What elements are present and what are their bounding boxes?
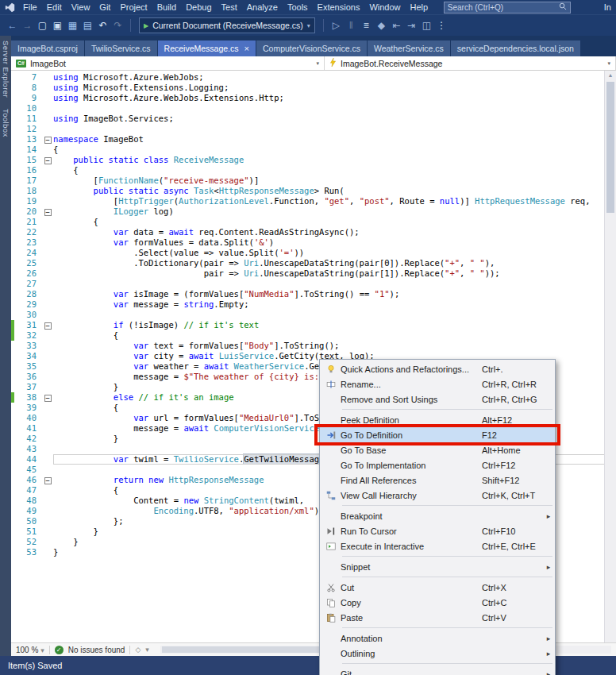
code-line[interactable]: var formValues = data.Split('&') (53, 237, 616, 248)
toolbar-overflow-icon[interactable]: ⋮ (434, 17, 449, 33)
code-line[interactable] (53, 310, 616, 320)
menu-git[interactable]: Git (94, 2, 115, 13)
code-line[interactable]: public static class ReceiveMessage (53, 155, 616, 165)
error-list-icon[interactable]: ≡ (359, 17, 374, 33)
context-menu-item-go-to-base[interactable]: Go To BaseAlt+Home (320, 442, 555, 457)
tab-imagebot-csproj[interactable]: ImageBot.csproj (11, 40, 84, 56)
code-line[interactable]: using ImageBot.Services; (53, 114, 616, 124)
menu-edit[interactable]: Edit (42, 2, 67, 13)
open-file-icon[interactable]: ▣ (50, 17, 65, 33)
diff-mode-icon[interactable]: ◇ (135, 646, 141, 654)
code-line[interactable]: [FunctionName("receive-message")] (53, 176, 616, 186)
code-line[interactable]: .Select(value => value.Split('=')) (53, 248, 616, 258)
context-menu-item-copy[interactable]: CopyCtrl+C (320, 595, 555, 610)
context-menu-item-outlining[interactable]: Outlining▸ (320, 646, 555, 661)
tab-weatherservice-cs[interactable]: WeatherService.cs (368, 40, 450, 56)
scroll-up-icon[interactable]: ▲ (605, 71, 616, 80)
code-line[interactable]: ILogger log) (53, 206, 616, 217)
code-line[interactable]: var data = await req.Content.ReadAsStrin… (53, 227, 616, 237)
context-menu-item-view-call-hierarchy[interactable]: View Call HierarchyCtrl+K, Ctrl+T (320, 488, 555, 503)
context-menu-item-find-all-references[interactable]: Find All ReferencesShift+F12 (320, 472, 555, 488)
tab-servicedependencies-local-json[interactable]: serviceDependencies.local.json (451, 40, 580, 56)
scrollbar-thumb[interactable] (606, 82, 614, 213)
context-menu-item-go-to-definition[interactable]: Go To DefinitionF12 (320, 427, 555, 442)
fold-collapse-icon[interactable]: − (44, 137, 52, 144)
context-menu-item-quick-actions-and-refactorings[interactable]: Quick Actions and Refactorings...Ctrl+. (320, 361, 555, 376)
context-menu-item-snippet[interactable]: Snippet▸ (320, 559, 555, 574)
context-menu-item-annotation[interactable]: Annotation▸ (320, 631, 555, 646)
menu-project[interactable]: Project (115, 2, 152, 13)
chevron-down-icon[interactable]: ▾ (145, 646, 149, 654)
context-menu-item-go-to-implementation[interactable]: Go To ImplementationCtrl+F12 (320, 457, 555, 472)
breadcrumb-member-dropdown[interactable]: ImageBot.ReceiveMessage ▾ (325, 56, 616, 70)
code-line[interactable] (53, 279, 616, 289)
code-line[interactable]: using Microsoft.Extensions.Logging; (53, 83, 616, 93)
code-line[interactable]: .ToDictionary(pair => Uri.UnescapeDataSt… (53, 258, 616, 268)
tab-computervisionservice-cs[interactable]: ComputerVisionService.cs (256, 40, 367, 56)
code-line[interactable]: using Microsoft.Azure.WebJobs; (53, 72, 616, 83)
bookmark-icon[interactable]: ◆ (374, 17, 389, 33)
menu-analyze[interactable]: Analyze (242, 2, 283, 13)
save-all-icon[interactable]: ▤ (80, 17, 95, 33)
break-all-icon[interactable]: ‖ (344, 17, 359, 33)
search-box[interactable]: Search (Ctrl+Q) (444, 2, 571, 14)
signin-label[interactable]: In (604, 2, 613, 12)
nav-back-icon[interactable]: ← (5, 17, 20, 33)
context-menu-item-cut[interactable]: CutCtrl+X (320, 580, 555, 595)
tab-close-icon[interactable]: × (244, 44, 249, 52)
code-line[interactable]: pair => Uri.UnescapeDataString(pair[1]).… (53, 268, 616, 279)
menu-help[interactable]: Help (406, 2, 433, 13)
undo-icon[interactable]: ↶ (95, 17, 110, 33)
code-line[interactable]: { (53, 145, 616, 155)
side-tab-toolbox[interactable]: Toolbox (2, 109, 10, 137)
context-menu-item-rename[interactable]: Rename...Ctrl+R, Ctrl+R (320, 376, 555, 392)
code-line[interactable]: var isImage = (formValues["NumMedia"].To… (53, 289, 616, 299)
context-menu-item-run-to-cursor[interactable]: Run To CursorCtrl+F10 (320, 523, 555, 538)
start-without-debugging-icon[interactable]: ▷ (329, 17, 344, 33)
context-menu-item-peek-definition[interactable]: Peek DefinitionAlt+F12 (320, 412, 555, 427)
side-tab-server-explorer[interactable]: Server Explorer (2, 40, 10, 98)
debug-target-combo[interactable]: ▶ Current Document (ReceiveMessage.cs) ▾ (139, 17, 315, 33)
context-menu-item-git[interactable]: Git▸ (320, 666, 555, 675)
context-menu-item-remove-and-sort-usings[interactable]: Remove and Sort UsingsCtrl+R, Ctrl+G (320, 392, 555, 407)
code-line[interactable] (53, 124, 616, 134)
nav-forward-icon[interactable]: → (20, 17, 35, 33)
indent-increase-icon[interactable]: ⇥ (404, 17, 419, 33)
code-line[interactable]: using Microsoft.Azure.WebJobs.Extensions… (53, 93, 616, 103)
context-menu-item-breakpoint[interactable]: Breakpoint▸ (320, 508, 555, 523)
menu-window[interactable]: Window (364, 2, 405, 13)
tab-twilioservice-cs[interactable]: TwilioService.cs (85, 40, 157, 56)
menu-tools[interactable]: Tools (283, 2, 313, 13)
fold-collapse-icon[interactable]: − (44, 477, 52, 484)
tab-receivemessage-cs[interactable]: ReceiveMessage.cs× (158, 40, 256, 56)
fold-collapse-icon[interactable]: − (44, 322, 52, 330)
code-line[interactable]: { (53, 217, 616, 227)
comment-selection-icon[interactable]: ◫ (419, 17, 434, 33)
menu-extensions[interactable]: Extensions (313, 2, 365, 13)
code-line[interactable]: var message = string.Empty; (53, 299, 616, 310)
menu-file[interactable]: File (18, 2, 42, 13)
menu-test[interactable]: Test (217, 2, 242, 13)
context-menu-item-execute-in-interactive[interactable]: Execute in InteractiveCtrl+E, Ctrl+E (320, 538, 555, 554)
menu-view[interactable]: View (67, 2, 95, 13)
fold-collapse-icon[interactable]: − (44, 395, 52, 402)
new-file-icon[interactable]: ▢ (35, 17, 50, 33)
zoom-dropdown[interactable]: 100 % ▾ (16, 646, 44, 654)
redo-icon[interactable]: ↷ (110, 17, 125, 33)
fold-collapse-icon[interactable]: − (44, 157, 52, 164)
code-line[interactable]: if (!isImage) // if it's text (53, 320, 616, 330)
code-line[interactable]: var text = formValues["Body"].ToString()… (53, 341, 616, 351)
code-line[interactable]: { (53, 165, 616, 176)
vertical-scrollbar[interactable]: ▲ (604, 71, 616, 642)
code-line[interactable] (53, 103, 616, 114)
fold-collapse-icon[interactable]: − (44, 209, 52, 216)
code-line[interactable]: namespace ImageBot (53, 134, 616, 145)
code-line[interactable]: [HttpTrigger(AuthorizationLevel.Function… (53, 196, 616, 206)
menu-debug[interactable]: Debug (181, 2, 216, 13)
context-menu-item-paste[interactable]: PasteCtrl+V (320, 610, 555, 625)
indent-decrease-icon[interactable]: ⇤ (389, 17, 404, 33)
menu-build[interactable]: Build (152, 2, 181, 13)
code-line[interactable]: { (53, 330, 616, 341)
save-icon[interactable]: ▦ (65, 17, 80, 33)
breadcrumb-project-dropdown[interactable]: C# ImageBot ▾ (11, 56, 325, 70)
